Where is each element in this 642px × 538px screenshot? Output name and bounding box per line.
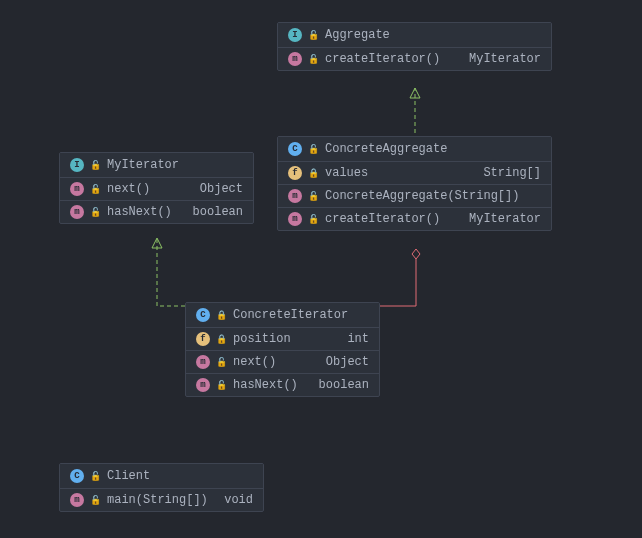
member-row[interactable]: m 🔓 next() Object [60,178,253,201]
method-icon: m [288,52,302,66]
class-header: C 🔓 ConcreteAggregate [278,137,551,162]
svg-marker-0 [412,249,420,259]
class-concrete-iterator[interactable]: C 🔒 ConcreteIterator f 🔒 position int m … [185,302,380,397]
class-header: I 🔓 MyIterator [60,153,253,178]
member-type: boolean [193,205,243,219]
member-sig: hasNext() [233,378,298,392]
class-icon: C [288,142,302,156]
class-client[interactable]: C 🔓 Client m 🔓 main(String[]) void [59,463,264,512]
class-header: C 🔓 Client [60,464,263,489]
unlock-icon: 🔓 [90,207,101,218]
member-row[interactable]: m 🔓 hasNext() boolean [60,201,253,223]
member-row[interactable]: m 🔓 createIterator() MyIterator [278,208,551,230]
unlock-icon: 🔓 [90,471,101,482]
unlock-icon: 🔓 [308,191,319,202]
member-type: boolean [319,378,369,392]
member-sig: next() [107,182,150,196]
class-icon: C [196,308,210,322]
class-name: ConcreteAggregate [325,142,447,156]
unlock-icon: 🔓 [90,184,101,195]
unlock-icon: 🔓 [90,495,101,506]
member-row[interactable]: m 🔓 hasNext() boolean [186,374,379,396]
class-aggregate[interactable]: I 🔓 Aggregate m 🔓 createIterator() MyIte… [277,22,552,71]
member-type: MyIterator [469,212,541,226]
interface-icon: I [288,28,302,42]
runnable-class-icon: C [70,469,84,483]
unlock-icon: 🔓 [308,54,319,65]
unlock-icon: 🔓 [216,357,227,368]
member-row[interactable]: m 🔓 createIterator() MyIterator [278,48,551,70]
class-name: Aggregate [325,28,390,42]
unlock-icon: 🔓 [308,144,319,155]
member-row[interactable]: f 🔒 values String[] [278,162,551,185]
member-row[interactable]: m 🔓 ConcreteAggregate(String[]) [278,185,551,208]
method-icon: m [196,355,210,369]
member-sig: values [325,166,368,180]
member-sig: hasNext() [107,205,172,219]
class-name: MyIterator [107,158,179,172]
member-sig: createIterator() [325,212,440,226]
class-header: I 🔓 Aggregate [278,23,551,48]
method-icon: m [288,212,302,226]
member-type: void [224,493,253,507]
member-sig: position [233,332,291,346]
unlock-icon: 🔓 [90,160,101,171]
class-name: ConcreteIterator [233,308,348,322]
member-sig: next() [233,355,276,369]
interface-icon: I [70,158,84,172]
unlock-icon: 🔓 [216,380,227,391]
field-icon: f [196,332,210,346]
method-icon: m [70,493,84,507]
class-concrete-aggregate[interactable]: C 🔓 ConcreteAggregate f 🔒 values String[… [277,136,552,231]
member-row[interactable]: m 🔓 main(String[]) void [60,489,263,511]
method-icon: m [196,378,210,392]
class-name: Client [107,469,150,483]
member-row[interactable]: f 🔒 position int [186,328,379,351]
method-icon: m [70,182,84,196]
field-icon: f [288,166,302,180]
relationship-lines [0,0,642,538]
unlock-icon: 🔓 [308,214,319,225]
member-type: int [347,332,369,346]
lock-icon: 🔒 [308,168,319,179]
method-icon: m [70,205,84,219]
member-type: Object [326,355,369,369]
member-type: MyIterator [469,52,541,66]
class-my-iterator[interactable]: I 🔓 MyIterator m 🔓 next() Object m 🔓 has… [59,152,254,224]
method-icon: m [288,189,302,203]
unlock-icon: 🔓 [308,30,319,41]
lock-icon: 🔒 [216,334,227,345]
member-type: Object [200,182,243,196]
class-header: C 🔒 ConcreteIterator [186,303,379,328]
member-type: String[] [483,166,541,180]
lock-icon: 🔒 [216,310,227,321]
member-sig: createIterator() [325,52,440,66]
member-row[interactable]: m 🔓 next() Object [186,351,379,374]
member-sig: ConcreteAggregate(String[]) [325,189,519,203]
member-sig: main(String[]) [107,493,208,507]
